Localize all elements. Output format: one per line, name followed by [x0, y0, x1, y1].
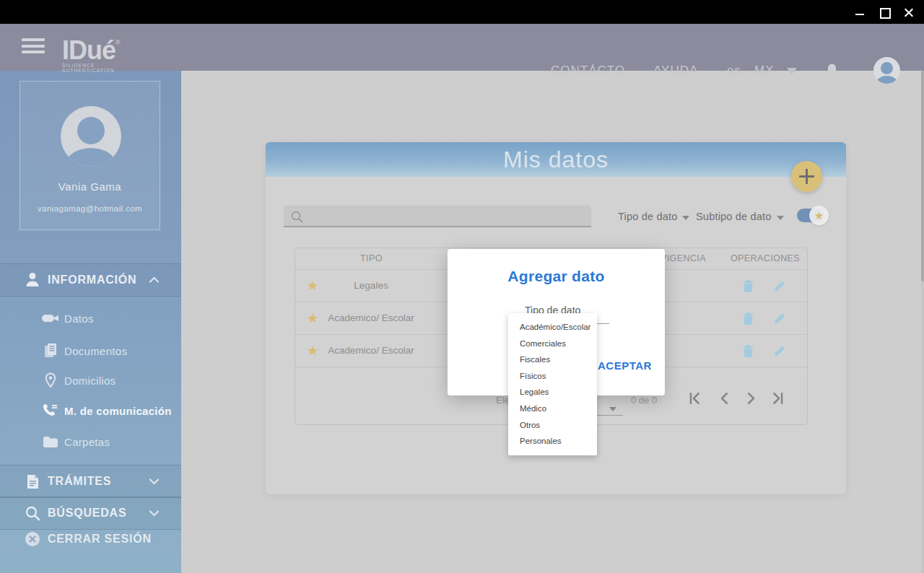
favorite-star-icon[interactable]: ★: [307, 310, 318, 326]
location-pin-icon: [41, 372, 60, 388]
accept-button[interactable]: ACEPTAR: [598, 359, 652, 372]
menu-icon[interactable]: [22, 38, 45, 56]
app-logo: IDué® DILIGENCE AUTHENTICATION: [62, 28, 149, 73]
dialog-title: Agregar dato: [448, 268, 665, 285]
logout-label: CERRAR SESIÓN: [48, 533, 152, 546]
edit-pencil-icon[interactable]: [773, 279, 786, 293]
option-personales[interactable]: Personales: [508, 433, 597, 450]
documents-icon: [41, 343, 60, 359]
option-medico[interactable]: Médico: [508, 401, 597, 417]
language-label: es - MX: [727, 64, 775, 77]
option-academico-escolar[interactable]: Académico/Escolar: [508, 319, 597, 336]
registered-mark: ®: [116, 39, 120, 46]
sidebar-section-tramites[interactable]: TRÁMITES: [0, 465, 181, 498]
profile-avatar: [61, 106, 121, 167]
next-page-icon[interactable]: [744, 392, 757, 405]
nav-contact[interactable]: CONTÁCTO: [551, 64, 625, 78]
search-box: [284, 206, 591, 227]
profile-card: Vania Gama vaniagamag@hotmail.com: [19, 81, 160, 230]
option-legales[interactable]: Legales: [508, 384, 597, 401]
chevron-down-icon: [787, 68, 797, 74]
delete-icon[interactable]: [742, 312, 755, 325]
sidebar-item-carpetas[interactable]: Carpetas: [0, 431, 181, 452]
sidebar-item-label: Datos: [64, 312, 94, 325]
sidebar: Vania Gama vaniagamag@hotmail.com INFORM…: [0, 71, 181, 573]
vertical-scrollbar[interactable]: [921, 71, 924, 573]
option-comerciales[interactable]: Comerciales: [508, 336, 597, 352]
column-vigencia: VIGENCIA: [661, 253, 706, 263]
sidebar-item-domicilios[interactable]: Domicilios: [0, 369, 181, 391]
tipo-de-dato-options: Académico/Escolar Comerciales Fiscales F…: [508, 313, 597, 455]
delete-icon[interactable]: [742, 279, 755, 293]
user-avatar[interactable]: [873, 57, 900, 84]
page-range: 0 de 0: [631, 395, 657, 406]
nav-help[interactable]: AYUDA: [653, 64, 698, 78]
chevron-down-icon: [609, 407, 616, 411]
app-window: IDué® DILIGENCE AUTHENTICATION CONTÁCTO …: [0, 0, 924, 573]
avatar-shoulders: [876, 76, 897, 84]
sidebar-item-label: Carpetas: [64, 436, 110, 448]
option-otros[interactable]: Otros: [508, 417, 597, 434]
close-icon[interactable]: [904, 7, 914, 17]
sidebar-item-label: Domicilios: [64, 375, 116, 387]
minimize-icon[interactable]: [855, 7, 865, 17]
option-fiscales[interactable]: Fiscales: [508, 351, 597, 368]
filter-label: Subtipo de dato: [696, 211, 772, 222]
notifications-bell-icon[interactable]: [825, 63, 839, 78]
option-fisicos[interactable]: Físicos: [508, 368, 597, 385]
logout-button[interactable]: CERRAR SESIÓN: [0, 528, 181, 551]
favorites-toggle[interactable]: ★: [797, 209, 824, 222]
search-input[interactable]: [308, 207, 583, 226]
sidebar-item-label: Documentos: [64, 345, 127, 357]
edit-pencil-icon[interactable]: [773, 312, 786, 325]
page-title: Mis datos: [266, 146, 846, 173]
cell-tipo: Academico/ Escolar: [324, 345, 418, 356]
delete-icon[interactable]: [742, 344, 755, 358]
first-page-icon[interactable]: [688, 392, 701, 405]
favorite-star-icon[interactable]: ★: [307, 343, 318, 359]
person-icon: [24, 272, 41, 288]
logo-title: IDué: [62, 35, 116, 65]
profile-email: vaniagamag@hotmail.com: [20, 204, 160, 213]
previous-page-icon[interactable]: [718, 392, 731, 405]
cell-tipo: Legales: [324, 280, 418, 291]
phone-icon: [41, 403, 60, 419]
sidebar-section-label: TRÁMITES: [48, 475, 111, 488]
cell-tipo: Academico/ Escolar: [324, 312, 418, 323]
chevron-down-icon: [149, 509, 160, 517]
folder-icon: [41, 436, 60, 448]
sidebar-item-documentos[interactable]: Documentos: [0, 340, 181, 362]
card-title-band: Mis datos: [266, 142, 846, 177]
document-icon: [24, 474, 41, 489]
edit-pencil-icon[interactable]: [773, 344, 786, 358]
favorite-star-icon[interactable]: ★: [307, 278, 318, 294]
search-icon: [291, 211, 303, 223]
filter-subtipo-de-dato[interactable]: Subtipo de dato: [696, 211, 784, 222]
chevron-down-icon: [682, 216, 689, 220]
data-card-icon: [41, 314, 60, 323]
chevron-down-icon: [149, 478, 160, 485]
sidebar-item-datos[interactable]: Datos: [0, 307, 181, 329]
last-page-icon[interactable]: [772, 392, 785, 405]
page-size-select[interactable]: [593, 415, 623, 416]
star-icon: ★: [809, 206, 829, 225]
app-header: IDué® DILIGENCE AUTHENTICATION CONTÁCTO …: [0, 24, 924, 71]
maximize-icon[interactable]: [879, 7, 889, 17]
column-operaciones: OPERACIONES: [731, 253, 800, 263]
sidebar-item-label: M. de comunicación: [64, 405, 172, 417]
chevron-up-icon: [149, 276, 160, 284]
sidebar-section-informacion[interactable]: INFORMACIÓN: [0, 263, 181, 297]
sidebar-section-busquedas[interactable]: BÚSQUEDAS: [0, 497, 181, 530]
sidebar-item-comunicacion[interactable]: M. de comunicación: [0, 400, 181, 421]
filter-tipo-de-dato[interactable]: Tipo de dato: [618, 211, 689, 222]
column-tipo: TIPO: [360, 253, 383, 263]
add-button[interactable]: [791, 161, 822, 192]
os-titlebar: [0, 0, 924, 24]
avatar-head: [881, 62, 893, 74]
chevron-down-icon: [777, 216, 784, 220]
scrollbar-thumb[interactable]: [921, 71, 924, 281]
language-selector[interactable]: es - MX: [727, 64, 797, 78]
search-icon: [24, 506, 41, 521]
filter-label: Tipo de dato: [618, 211, 677, 222]
sidebar-section-label: BÚSQUEDAS: [48, 507, 126, 520]
